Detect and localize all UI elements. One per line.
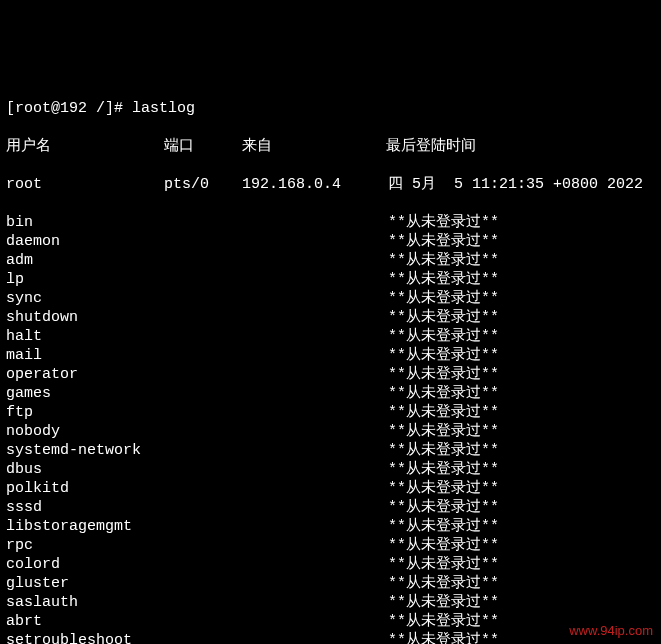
- lastlog-rows: bin**从未登录过**daemon**从未登录过**adm**从未登录过**l…: [6, 213, 655, 644]
- cell-lastlogin: **从未登录过**: [388, 384, 499, 403]
- cell-user: adm: [6, 251, 164, 270]
- cell-user: daemon: [6, 232, 164, 251]
- lastlog-row: adm**从未登录过**: [6, 251, 655, 270]
- cell-user: rpc: [6, 536, 164, 555]
- cell-user: root: [6, 175, 164, 194]
- lastlog-row: libstoragemgmt**从未登录过**: [6, 517, 655, 536]
- header-from: 来自: [242, 137, 386, 156]
- lastlog-row: operator**从未登录过**: [6, 365, 655, 384]
- cell-lastlogin: **从未登录过**: [388, 612, 499, 631]
- cell-user: colord: [6, 555, 164, 574]
- cell-port: pts/0: [164, 175, 242, 194]
- cell-lastlogin: **从未登录过**: [388, 365, 499, 384]
- lastlog-row: systemd-network**从未登录过**: [6, 441, 655, 460]
- cell-lastlogin: **从未登录过**: [388, 498, 499, 517]
- cell-user: sync: [6, 289, 164, 308]
- lastlog-row: dbus**从未登录过**: [6, 460, 655, 479]
- cell-user: operator: [6, 365, 164, 384]
- cell-user: dbus: [6, 460, 164, 479]
- cell-lastlogin: 四 5月 5 11:21:35 +0800 2022: [388, 175, 643, 194]
- cell-lastlogin: **从未登录过**: [388, 536, 499, 555]
- lastlog-row: polkitd**从未登录过**: [6, 479, 655, 498]
- cell-user: abrt: [6, 612, 164, 631]
- cell-user: sssd: [6, 498, 164, 517]
- cell-lastlogin: **从未登录过**: [388, 631, 499, 644]
- cell-lastlogin: **从未登录过**: [388, 289, 499, 308]
- lastlog-row: lp**从未登录过**: [6, 270, 655, 289]
- cell-user: shutdown: [6, 308, 164, 327]
- cell-from: 192.168.0.4: [242, 175, 388, 194]
- lastlog-row: sync**从未登录过**: [6, 289, 655, 308]
- cell-user: setroubleshoot: [6, 631, 164, 644]
- lastlog-row: gluster**从未登录过**: [6, 574, 655, 593]
- lastlog-row-root: rootpts/0192.168.0.4四 5月 5 11:21:35 +080…: [6, 175, 655, 194]
- cell-lastlogin: **从未登录过**: [388, 308, 499, 327]
- cell-lastlogin: **从未登录过**: [388, 403, 499, 422]
- terminal-output: [root@192 /]# lastlog 用户名端口来自最后登陆时间 root…: [6, 80, 655, 644]
- cell-user: systemd-network: [6, 441, 164, 460]
- cell-lastlogin: **从未登录过**: [388, 346, 499, 365]
- lastlog-row: ftp**从未登录过**: [6, 403, 655, 422]
- cell-user: saslauth: [6, 593, 164, 612]
- cell-user: lp: [6, 270, 164, 289]
- cell-user: nobody: [6, 422, 164, 441]
- cell-user: libstoragemgmt: [6, 517, 164, 536]
- cell-lastlogin: **从未登录过**: [388, 460, 499, 479]
- lastlog-row: mail**从未登录过**: [6, 346, 655, 365]
- lastlog-row: abrt**从未登录过**: [6, 612, 655, 631]
- cell-lastlogin: **从未登录过**: [388, 441, 499, 460]
- lastlog-row: bin**从未登录过**: [6, 213, 655, 232]
- header-username: 用户名: [6, 137, 164, 156]
- lastlog-row: halt**从未登录过**: [6, 327, 655, 346]
- lastlog-row: colord**从未登录过**: [6, 555, 655, 574]
- cell-lastlogin: **从未登录过**: [388, 213, 499, 232]
- cell-lastlogin: **从未登录过**: [388, 593, 499, 612]
- cell-user: games: [6, 384, 164, 403]
- cell-user: bin: [6, 213, 164, 232]
- cell-lastlogin: **从未登录过**: [388, 270, 499, 289]
- cell-lastlogin: **从未登录过**: [388, 232, 499, 251]
- lastlog-row: shutdown**从未登录过**: [6, 308, 655, 327]
- lastlog-row: setroubleshoot**从未登录过**: [6, 631, 655, 644]
- cell-lastlogin: **从未登录过**: [388, 479, 499, 498]
- lastlog-row: nobody**从未登录过**: [6, 422, 655, 441]
- cell-user: mail: [6, 346, 164, 365]
- cell-user: gluster: [6, 574, 164, 593]
- prompt-line: [root@192 /]# lastlog: [6, 99, 655, 118]
- lastlog-row: sssd**从未登录过**: [6, 498, 655, 517]
- cell-lastlogin: **从未登录过**: [388, 574, 499, 593]
- cell-user: halt: [6, 327, 164, 346]
- cell-lastlogin: **从未登录过**: [388, 555, 499, 574]
- cell-lastlogin: **从未登录过**: [388, 251, 499, 270]
- cell-lastlogin: **从未登录过**: [388, 422, 499, 441]
- cell-user: polkitd: [6, 479, 164, 498]
- lastlog-row: daemon**从未登录过**: [6, 232, 655, 251]
- lastlog-row: games**从未登录过**: [6, 384, 655, 403]
- watermark: www.94ip.com: [569, 621, 653, 640]
- lastlog-row: saslauth**从未登录过**: [6, 593, 655, 612]
- cell-lastlogin: **从未登录过**: [388, 517, 499, 536]
- header-port: 端口: [164, 137, 242, 156]
- lastlog-row: rpc**从未登录过**: [6, 536, 655, 555]
- cell-user: ftp: [6, 403, 164, 422]
- header-lastlogin: 最后登陆时间: [386, 137, 476, 156]
- cell-lastlogin: **从未登录过**: [388, 327, 499, 346]
- lastlog-header: 用户名端口来自最后登陆时间: [6, 137, 655, 156]
